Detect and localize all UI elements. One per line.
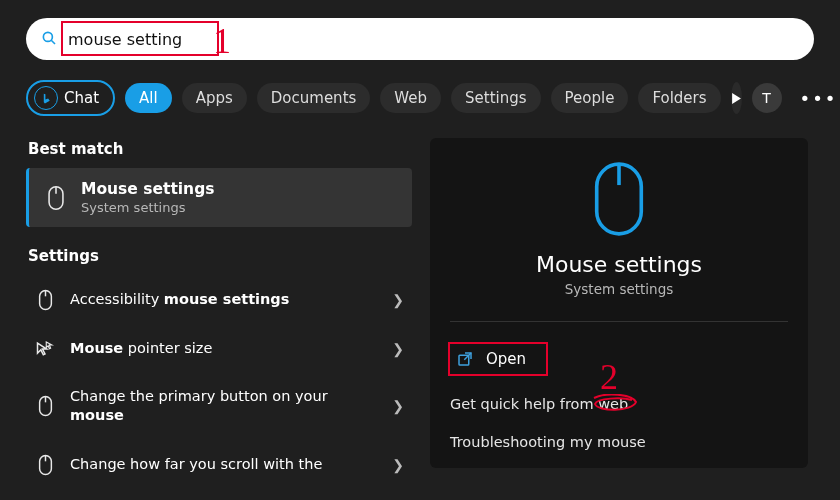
quick-help-link[interactable]: Get quick help from web [450,396,788,412]
detail-title: Mouse settings [450,252,788,277]
result-scroll-distance[interactable]: Change how far you scroll with the ❯ [26,440,412,490]
open-external-icon [456,350,474,368]
tab-all[interactable]: All [125,83,172,113]
tab-apps[interactable]: Apps [182,83,247,113]
chevron-right-icon: ❯ [392,341,404,357]
troubleshoot-link[interactable]: Troubleshooting my mouse [450,434,788,450]
search-icon [40,29,58,50]
open-button[interactable]: Open [448,342,548,376]
best-match-title: Mouse settings [81,180,214,198]
best-match-heading: Best match [28,140,412,158]
chevron-right-icon: ❯ [392,457,404,473]
tab-settings[interactable]: Settings [451,83,541,113]
settings-heading: Settings [28,247,412,265]
search-bar[interactable] [26,18,814,60]
bing-icon [34,86,58,110]
chevron-right-icon: ❯ [392,292,404,308]
result-label: Change how far you scroll with the [60,455,392,475]
account-avatar[interactable]: T [752,83,782,113]
svg-line-13 [464,353,471,360]
mouse-icon [30,289,60,311]
quick-help-prefix: Get quick help from [450,396,598,412]
annotation-label-2: 2 [600,356,618,398]
detail-subtitle: System settings [450,281,788,297]
tab-web[interactable]: Web [380,83,441,113]
svg-line-1 [51,40,55,44]
detail-mouse-icon [450,160,788,238]
annotation-scribble [592,394,638,412]
chevron-right-icon: ❯ [392,398,404,414]
result-label: Mouse pointer size [60,339,392,359]
result-mouse-pointer-size[interactable]: Mouse pointer size ❯ [26,325,412,373]
open-label: Open [486,350,526,368]
detail-panel: Mouse settings System settings Open 2 Ge… [430,138,808,468]
pointer-icon [30,340,60,358]
mouse-icon [43,181,69,215]
result-label: Change the primary button on your mouse [60,387,392,426]
mouse-icon [30,395,60,417]
results-panel: Best match Mouse settings System setting… [26,134,412,490]
svg-point-0 [43,32,52,41]
tab-documents[interactable]: Documents [257,83,371,113]
best-match-subtitle: System settings [81,200,214,215]
mouse-icon [30,454,60,476]
play-icon [731,93,742,104]
tab-folders[interactable]: Folders [638,83,720,113]
search-input[interactable] [68,30,800,49]
annotation-label-1: 1 [213,20,231,62]
result-accessibility-mouse-settings[interactable]: Accessibility mouse settings ❯ [26,275,412,325]
more-options-button[interactable]: ••• [800,88,838,109]
more-tabs-button[interactable] [731,82,742,114]
tab-people[interactable]: People [551,83,629,113]
result-label: Accessibility mouse settings [60,290,392,310]
tab-chat-label: Chat [64,89,99,107]
result-primary-button[interactable]: Change the primary button on your mouse … [26,373,412,440]
divider [450,321,788,322]
filter-tabs: Chat All Apps Documents Web Settings Peo… [26,80,814,116]
best-match-result[interactable]: Mouse settings System settings [26,168,412,227]
tab-chat[interactable]: Chat [26,80,115,116]
